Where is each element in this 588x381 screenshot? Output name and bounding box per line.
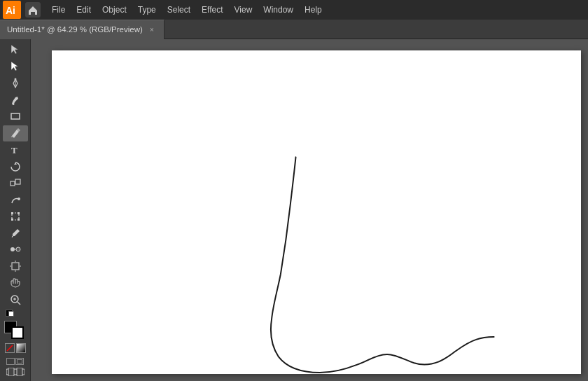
pencil-tool-button[interactable] (3, 125, 28, 141)
menu-edit[interactable]: Edit (71, 2, 97, 18)
canvas-area[interactable] (31, 39, 588, 381)
drawing-canvas[interactable] (52, 50, 581, 374)
svg-line-25 (18, 302, 20, 305)
menu-select[interactable]: Select (162, 2, 196, 18)
artboard (52, 50, 581, 374)
none-mode-button[interactable] (5, 343, 15, 353)
hand-tool-button[interactable] (3, 275, 28, 291)
rotate-tool-icon (9, 160, 22, 173)
rectangle-tool-icon (9, 110, 22, 123)
gradient-mode-button[interactable] (16, 343, 26, 353)
screen-mode-button[interactable] (6, 367, 25, 377)
menu-effect[interactable]: Effect (196, 2, 228, 18)
svg-point-17 (16, 247, 20, 251)
ai-logo-icon: Ai (3, 1, 21, 19)
blend-tool-button[interactable] (3, 242, 28, 258)
home-icon[interactable] (25, 2, 41, 18)
mode-buttons (5, 343, 26, 353)
direct-selection-tool-icon (9, 60, 22, 73)
svg-rect-15 (18, 219, 20, 221)
svg-point-5 (12, 103, 14, 105)
svg-text:Ai: Ai (6, 5, 15, 16)
menu-help[interactable]: Help (299, 2, 328, 18)
svg-rect-13 (18, 212, 20, 214)
rotate-tool-button[interactable] (3, 158, 28, 174)
pen-tool-icon (9, 77, 22, 90)
free-transform-tool-icon (9, 210, 22, 223)
tab-title: Untitled-1* @ 64.29 % (RGB/Preview) (7, 25, 143, 34)
selection-tool-button[interactable] (3, 42, 28, 58)
scale-tool-button[interactable] (3, 175, 28, 191)
menu-object[interactable]: Object (97, 2, 132, 18)
svg-rect-14 (11, 219, 13, 221)
direct-selection-tool-button[interactable] (3, 59, 28, 75)
type-tool-button[interactable]: T (3, 142, 28, 158)
brush-stroke-path (271, 157, 494, 373)
warp-tool-icon (9, 193, 22, 206)
hand-tool-icon (9, 277, 22, 289)
svg-rect-19 (12, 263, 19, 270)
warp-tool-button[interactable] (3, 192, 28, 208)
svg-rect-12 (11, 212, 13, 214)
svg-rect-30 (8, 368, 14, 376)
free-transform-tool-button[interactable] (3, 209, 28, 225)
menu-bar: Ai File Edit Object Type Select Effect V… (0, 0, 588, 20)
selection-tool-icon (9, 43, 22, 56)
svg-line-28 (7, 345, 13, 351)
brush-tool-icon (9, 94, 22, 106)
menu-file[interactable]: File (46, 2, 71, 18)
fill-stroke-swatch[interactable] (4, 321, 27, 340)
rectangle-tool-button[interactable] (3, 109, 28, 125)
artboard-tool-button[interactable] (3, 258, 28, 275)
blend-tool-icon (9, 243, 22, 256)
pencil-tool-icon (9, 127, 22, 139)
draw-inside-icon[interactable] (6, 358, 15, 365)
menu-window[interactable]: Window (258, 2, 299, 18)
draw-modes (6, 357, 25, 366)
pen-tool-button[interactable] (3, 76, 28, 92)
color-swatches (4, 308, 27, 377)
svg-rect-8 (10, 181, 15, 186)
tab-close-button[interactable]: × (147, 25, 157, 34)
main-area: T (0, 39, 588, 381)
svg-point-10 (18, 198, 20, 200)
svg-text:T: T (11, 145, 18, 155)
screen-mode-icon (6, 368, 24, 376)
zoom-tool-icon (9, 293, 22, 306)
scale-tool-icon (9, 176, 22, 189)
stroke-swatch (11, 326, 24, 339)
brush-tool-button[interactable] (3, 92, 28, 108)
svg-rect-31 (17, 368, 22, 376)
zoom-tool-button[interactable] (3, 291, 28, 307)
svg-point-16 (10, 247, 15, 251)
svg-rect-6 (11, 113, 20, 119)
draw-behind-icon[interactable] (15, 358, 24, 365)
toolbar: T (0, 39, 31, 381)
none-icon (6, 345, 13, 352)
svg-rect-9 (15, 179, 20, 184)
default-colors-button[interactable] (4, 308, 27, 318)
eyedropper-tool-button[interactable] (3, 225, 28, 241)
document-tab[interactable]: Untitled-1* @ 64.29 % (RGB/Preview) × (0, 20, 164, 39)
eyedropper-tool-icon (9, 227, 22, 240)
menu-view[interactable]: View (229, 2, 258, 18)
type-tool-icon: T (9, 144, 22, 156)
menu-type[interactable]: Type (132, 2, 162, 18)
tab-bar: Untitled-1* @ 64.29 % (RGB/Preview) × (0, 20, 588, 39)
swap-colors-icon (8, 311, 14, 317)
artboard-tool-icon (9, 260, 22, 272)
screen-mode-group (6, 357, 25, 377)
